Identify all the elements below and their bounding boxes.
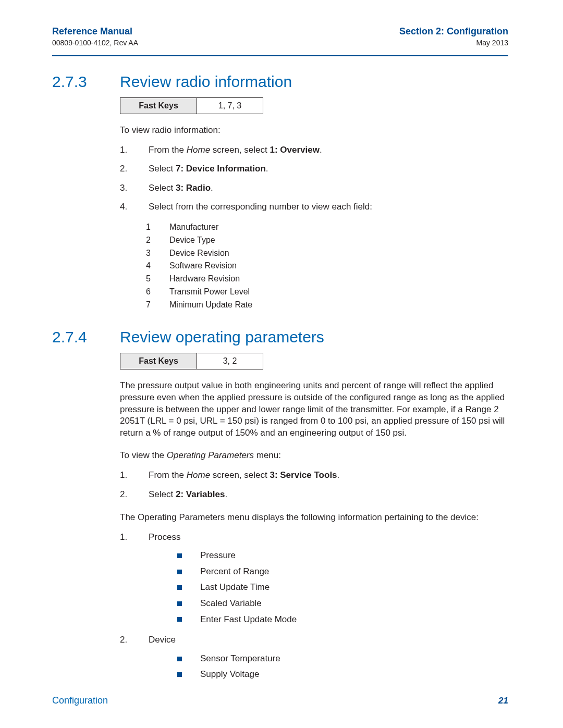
fast-keys-table: Fast Keys 3, 2 — [120, 353, 263, 369]
page-footer: Configuration 21 — [52, 695, 508, 706]
fast-keys-label: Fast Keys — [120, 97, 197, 114]
section-274: 2.7.4 Review operating parameters — [52, 328, 508, 346]
paragraph: The pressure output value in both engine… — [120, 380, 508, 440]
header-left-sub: 00809-0100-4102, Rev AA — [52, 39, 138, 47]
fast-keys-value: 1, 7, 3 — [197, 97, 263, 114]
fast-keys-table: Fast Keys 1, 7, 3 — [120, 97, 263, 114]
square-bullet-icon — [177, 617, 182, 622]
step-item: 2. Select 2: Variables. — [120, 488, 508, 501]
square-bullet-icon — [177, 601, 182, 606]
field-item: 1Manufacturer — [146, 221, 508, 234]
section-273: 2.7.3 Review radio information — [52, 73, 508, 90]
paragraph: To view the Operating Parameters menu: — [120, 450, 508, 462]
step-item: 1. From the Home screen, select 1: Overv… — [120, 144, 508, 157]
bullet-item: Last Update Time — [177, 579, 508, 596]
intro-text: To view radio information: — [120, 125, 508, 137]
paragraph: The Operating Parameters menu displays t… — [120, 512, 508, 524]
field-item: 7Minimum Update Rate — [146, 299, 508, 312]
group-item: 2. Device Sensor Temperature Supply Volt… — [120, 634, 508, 683]
step-item: 4. Select from the corresponding number … — [120, 201, 508, 214]
field-item: 6Transmit Power Level — [146, 286, 508, 299]
square-bullet-icon — [177, 553, 182, 558]
bullet-item: Percent of Range — [177, 564, 508, 580]
square-bullet-icon — [177, 570, 182, 574]
bullet-item: Sensor Temperature — [177, 651, 508, 667]
section-title: Review radio information — [120, 73, 292, 90]
bullet-item: Scaled Variable — [177, 596, 508, 612]
group-item: 1. Process Pressure Percent of Range Las… — [120, 531, 508, 628]
field-item: 2Device Type — [146, 234, 508, 247]
header-rule — [52, 55, 508, 56]
header-right-sub: May 2013 — [399, 39, 508, 47]
fields-list: 1Manufacturer 2Device Type 3Device Revis… — [146, 221, 508, 312]
field-item: 3Device Revision — [146, 247, 508, 260]
bullet-item: Enter Fast Update Mode — [177, 612, 508, 628]
steps-list: 1. From the Home screen, select 1: Overv… — [120, 144, 508, 214]
fast-keys-value: 3, 2 — [197, 353, 263, 369]
header-right-title: Section 2: Configuration — [399, 26, 508, 38]
bullet-list: Pressure Percent of Range Last Update Ti… — [177, 548, 508, 627]
footer-section-name: Configuration — [52, 695, 108, 706]
page-header: Reference Manual 00809-0100-4102, Rev AA… — [52, 26, 508, 47]
bullet-list: Sensor Temperature Supply Voltage — [177, 651, 508, 683]
bullet-item: Pressure — [177, 548, 508, 564]
bullet-item: Supply Voltage — [177, 667, 508, 683]
groups-list: 1. Process Pressure Percent of Range Las… — [120, 531, 508, 683]
steps-list: 1. From the Home screen, select 3: Servi… — [120, 469, 508, 501]
section-number: 2.7.4 — [52, 328, 120, 346]
step-item: 2. Select 7: Device Information. — [120, 163, 508, 176]
field-item: 4Software Revision — [146, 260, 508, 273]
square-bullet-icon — [177, 585, 182, 590]
field-item: 5Hardware Revision — [146, 273, 508, 286]
section-number: 2.7.3 — [52, 73, 120, 90]
step-item: 3. Select 3: Radio. — [120, 182, 508, 195]
step-item: 1. From the Home screen, select 3: Servi… — [120, 469, 508, 482]
footer-page-number: 21 — [498, 696, 508, 706]
square-bullet-icon — [177, 672, 182, 677]
header-left-title: Reference Manual — [52, 26, 138, 38]
fast-keys-label: Fast Keys — [120, 353, 197, 369]
section-title: Review operating parameters — [120, 328, 324, 346]
square-bullet-icon — [177, 657, 182, 661]
